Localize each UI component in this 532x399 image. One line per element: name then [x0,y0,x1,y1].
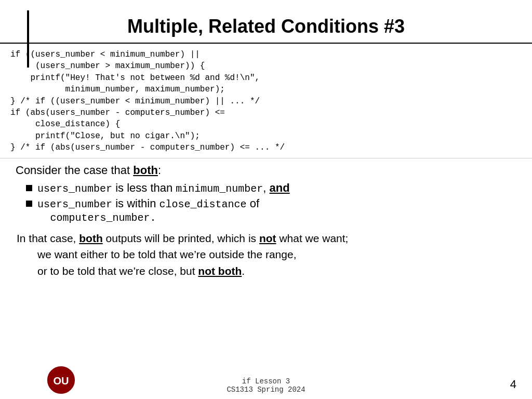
bullet-1-mono1: users_number [37,183,112,195]
left-bar [27,10,29,68]
bullet-2-of: of [250,197,259,210]
bullet-1-text1: is less than [115,181,176,194]
code-line-7: close_distance) { [10,119,120,129]
bullet-1-content: users_number is less than minimum_number… [37,181,290,195]
bullet-2-continuation: computers_number. [50,212,156,224]
consider-label: Consider the case that [16,164,133,177]
consider-colon: : [158,164,161,177]
footer-sub: CS1313 Spring 2024 [227,385,305,394]
title-area: Multiple, Related Conditions #3 [0,0,532,44]
conclusion-line2: we want either to be told that we’re out… [37,248,296,260]
code-line-1: if ((users_number < minimum_number) || [10,50,200,59]
bullet-1-comma: , [263,181,269,194]
code-line-4: minimum_number, maximum_number); [10,85,225,94]
code-line-6: if (abs(users_number - computers_number)… [10,108,225,117]
conclusion-both: both [79,232,102,244]
content-area: Consider the case that both: users_numbe… [0,158,532,280]
code-line-8: printf("Close, but no cigar.\n"); [10,131,200,141]
consider-line: Consider the case that both: [16,164,516,177]
code-line-2: (users_number > maximum_number)) { [10,61,205,71]
bullet-1-and: and [270,181,290,194]
footer-lesson: Lesson 3 [251,377,290,385]
conclusion-line1-end: what we want; [276,232,349,244]
bullet-square-1 [26,185,32,191]
code-line-3: printf("Hey! That's not between %d and %… [10,73,260,83]
bullet-item-1: users_number is less than minimum_number… [26,181,516,195]
bullet-item-2: users_number is within close_distance of… [26,197,516,224]
code-line-5: } /* if ((users_number < minimum_number)… [10,97,260,106]
conclusion-line3-end: . [242,265,245,277]
consider-both: both [133,164,158,177]
code-line-9: } /* if (abs(users_number - computers_nu… [10,143,285,152]
footer-text-block: if Lesson 3 CS1313 Spring 2024 [227,377,305,394]
conclusion-not: not [259,232,276,244]
code-block: if ((users_number < minimum_number) || (… [0,44,532,158]
bullet-2-mono1: users_number [37,198,112,210]
conclusion-not-both: not both [198,265,242,277]
conclusion-line1-post: outputs will be printed, which is [103,232,259,244]
conclusion-line1-pre: In that case, [17,232,79,244]
bullet-2-mono2: close_distance [159,198,247,210]
slide-title: Multiple, Related Conditions #3 [31,16,501,37]
footer: if Lesson 3 CS1313 Spring 2024 [0,377,532,394]
bullet-1-mono2: minimum_number [176,183,263,195]
bullet-list: users_number is less than minimum_number… [26,181,516,224]
bullet-2-text1: is within [115,197,159,210]
bullet-2-content: users_number is within close_distance of… [37,197,259,224]
conclusion-line3-pre: or to be told that we’re close, but [37,265,198,277]
bullet-square-2 [26,201,32,207]
slide: Multiple, Related Conditions #3 if ((use… [0,0,532,399]
page-number: 4 [510,378,516,391]
footer-mono: if [242,377,251,385]
conclusion: In that case, both outputs will be print… [16,230,516,280]
